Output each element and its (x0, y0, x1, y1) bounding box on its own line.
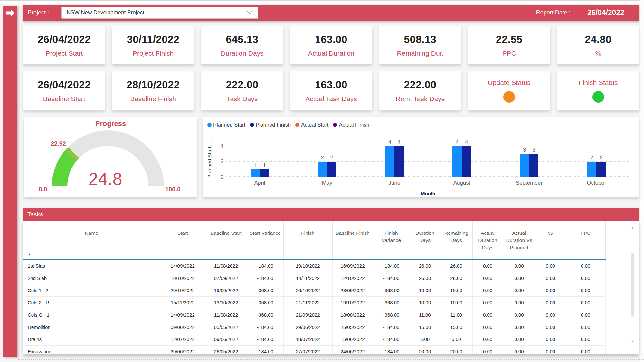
table-row-cols-g-1[interactable]: Cols G - 114/09/202211/08/2022-368.0021/… (23, 309, 605, 321)
kpi-label: Project Start (45, 50, 83, 57)
task-value-cell: -368.00 (247, 296, 283, 309)
kpi-label: Remaining Dur. (397, 50, 444, 57)
task-value-cell: 0.00 (566, 272, 605, 284)
task-value-cell: 0.00 (535, 284, 566, 296)
bottom-dotted-line (18, 359, 644, 360)
column-header-actual-duration-days[interactable]: Actual Duration Days (472, 221, 503, 260)
task-name-cell: Cols G - 1 (23, 309, 160, 321)
bar-column: 2 (327, 155, 336, 177)
column-header-start-variance[interactable]: Start Variance (247, 221, 283, 260)
kpi-value: 163.00 (315, 33, 347, 45)
kpi-value: 222.00 (404, 79, 436, 91)
task-value-cell: -184.00 (373, 345, 410, 354)
actual-finish-legend-dot (333, 123, 337, 127)
bar-planned-start-june[interactable] (385, 146, 394, 177)
task-value-cell: 26/05/2022 (205, 345, 247, 354)
bar-planned-start-april[interactable] (251, 169, 260, 177)
kpi-label: Baseline Start (43, 95, 85, 103)
task-value-cell: 5.00 (410, 333, 440, 345)
column-header-label: PPC (581, 230, 591, 236)
column-header-finish[interactable]: Finish (283, 221, 332, 260)
task-name-cell: Cols 2 - R (23, 296, 160, 309)
table-row-demolition[interactable]: Demolition09/06/202205/05/2022-184.0029/… (23, 321, 605, 333)
bar-planned-start-may[interactable] (318, 162, 327, 177)
legend-item-planned-start[interactable]: Planned Start (207, 122, 245, 128)
bar-group-september: 33September (496, 146, 563, 177)
column-header-duration-days[interactable]: Duration Days (410, 221, 440, 260)
bar-planned-finish-june[interactable] (394, 146, 404, 177)
table-row-2nd-slab[interactable]: 2nd Slab10/10/202207/09/2022-184.0014/11… (23, 272, 605, 284)
column-header-baseline-finish[interactable]: Baseline Finish (332, 221, 373, 260)
task-value-cell: 0.00 (472, 321, 503, 333)
project-dropdown[interactable]: NSW New Development Project (61, 7, 258, 19)
planned-actual-bar-chart-card: Planned StartPlanned FinishActual StartA… (203, 117, 639, 197)
scroll-up-icon[interactable]: ∧ (631, 226, 634, 231)
legend-label: Planned Finish (256, 122, 291, 128)
task-name-cell: 1st Slab (23, 260, 160, 272)
task-value-cell: 0.00 (503, 260, 535, 272)
table-row-cols-2-r[interactable]: Cols 2 - R15/11/202213/10/2022-368.0021/… (23, 296, 605, 309)
column-header-start[interactable]: Start (160, 221, 205, 260)
chevron-down-icon (246, 10, 253, 15)
bar-planned-finish-august[interactable] (462, 146, 471, 177)
kpi-card-actual-duration: 163.00Actual Duration (290, 26, 372, 64)
bar-planned-finish-october[interactable] (596, 162, 606, 177)
column-header-remaining-days[interactable]: Remaining Days (440, 221, 472, 260)
column-header-actual-duration-vs-planned[interactable]: Actual Duration Vs Planned (503, 221, 535, 260)
task-value-cell: 0.00 (535, 272, 566, 284)
vertical-scrollbar[interactable]: ∧ ∨ (630, 226, 635, 343)
bar-planned-finish-september[interactable] (529, 154, 538, 177)
bar-planned-finish-may[interactable] (327, 162, 336, 177)
report-date-label: Report Date : (536, 9, 571, 16)
task-value-cell: 0.00 (503, 309, 535, 321)
bar-column: 3 (520, 147, 529, 177)
column-header-ppc[interactable]: PPC (566, 221, 605, 260)
task-value-cell: -368.00 (373, 284, 410, 296)
task-value-cell: 0.00 (535, 333, 566, 345)
kpi-card-task-days: 222.00Task Days (201, 71, 283, 110)
chart-legend: Planned StartPlanned FinishActual StartA… (207, 122, 369, 128)
legend-item-actual-start[interactable]: Actual Start (295, 122, 328, 128)
tasks-section-header: Tasks (23, 208, 639, 221)
kpi-row-1: 26/04/2022Project Start30/11/2022Project… (23, 26, 639, 64)
task-name-cell: Demolition (23, 321, 160, 333)
table-row-excavation[interactable]: Excavation30/06/202226/05/2022-184.0027/… (23, 345, 605, 354)
update-status-indicator (503, 91, 515, 103)
column-header-baseline-start[interactable]: Baseline Start (205, 221, 247, 260)
column-header-pct[interactable]: % (535, 221, 566, 260)
table-row-drains[interactable]: Drains12/07/202209/06/2022-184.0018/07/2… (23, 333, 605, 345)
status-label: Finish Status (579, 79, 618, 87)
kpi-label: Actual Task Days (305, 95, 357, 103)
column-header-finish-variance[interactable]: Finish Variance (373, 221, 410, 260)
legend-item-planned-finish[interactable]: Planned Finish (250, 122, 291, 128)
scroll-down-icon[interactable]: ∨ (631, 339, 634, 343)
bar-planned-start-august[interactable] (452, 146, 462, 177)
bar-planned-start-october[interactable] (587, 162, 596, 177)
column-header-name[interactable]: Name▲ (23, 221, 160, 260)
task-value-cell: 0.00 (566, 333, 605, 345)
table-row-cols-1-2[interactable]: Cols 1 - 220/10/202219/09/2022-368.0026/… (23, 284, 605, 296)
bar-planned-start-september[interactable] (520, 154, 529, 177)
status-label: Update Status (488, 79, 531, 87)
task-value-cell: 5.00 (440, 333, 472, 345)
legend-item-actual-finish[interactable]: Actual Finish (333, 122, 369, 128)
kpi-card-project-start: 26/04/2022Project Start (23, 26, 105, 64)
task-value-cell: 12/07/2022 (160, 333, 205, 345)
bar-planned-finish-april[interactable] (260, 169, 269, 177)
table-row-1st-slab[interactable]: 1st Slab14/09/202211/08/2022-184.0019/10… (23, 260, 605, 272)
task-value-cell: 19/10/2022 (332, 296, 373, 309)
task-value-cell: 0.00 (472, 345, 503, 354)
y-tick-label: 0 (214, 174, 223, 180)
category-label-april: April (226, 180, 293, 186)
task-value-cell: 20/10/2022 (160, 284, 205, 296)
bar-column: 4 (452, 139, 462, 177)
progress-gauge-card: Progress 0.0100.022.9224.8 (24, 117, 197, 197)
sort-ascending-icon[interactable]: ▲ (28, 252, 31, 257)
scrollbar-thumb[interactable] (631, 253, 634, 317)
task-value-cell: 26.00 (440, 260, 472, 272)
bar-chart-plot-area: 02411April22May44June44August33September… (226, 146, 630, 177)
task-value-cell: 10.00 (410, 284, 440, 296)
kpi-card-baseline-finish: 28/10/2022Baseline Finish (112, 71, 194, 110)
forward-arrow-icon[interactable] (5, 9, 15, 17)
left-nav-strip (3, 6, 17, 357)
